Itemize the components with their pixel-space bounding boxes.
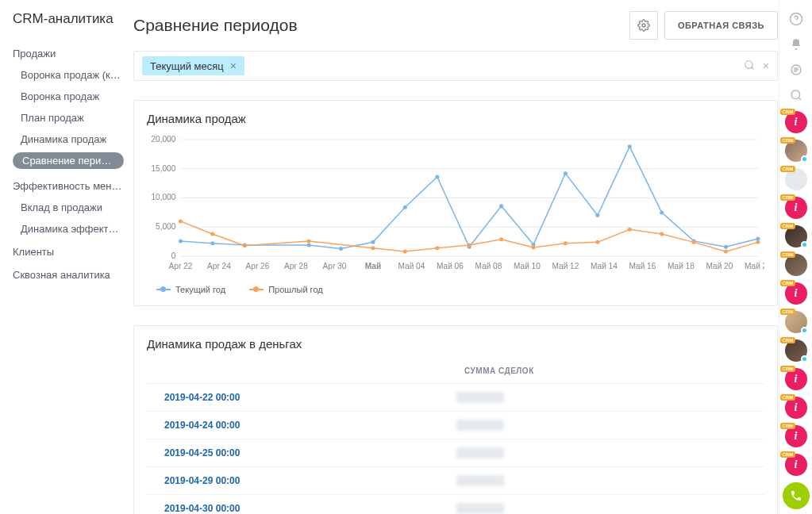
table-row[interactable]: 2019-04-30 00:00	[147, 494, 764, 514]
svg-point-67	[791, 90, 800, 99]
svg-point-29	[179, 239, 183, 243]
sidebar-item[interactable]: Воронка продаж (конв…	[13, 64, 124, 86]
sidebar-item[interactable]: Вклад в продажи	[13, 197, 124, 218]
rail-avatar[interactable]: CRMi	[785, 425, 807, 447]
svg-point-38	[499, 204, 503, 208]
svg-text:20,000: 20,000	[151, 135, 175, 144]
rail-avatar[interactable]: CRMi	[785, 282, 807, 305]
filter-chip[interactable]: Текущий месяц ×	[142, 56, 244, 75]
svg-point-57	[564, 241, 568, 245]
row-value-blurred	[456, 503, 504, 514]
search-rail-icon[interactable]	[787, 86, 806, 105]
sidebar: CRM-аналитика ПродажиВоронка продаж (кон…	[0, 0, 127, 514]
feedback-button[interactable]: ОБРАТНАЯ СВЯЗЬ	[664, 11, 778, 40]
right-rail: CRMi CRM CRM CRMi CRM CRM CRMi CRM CRM C…	[779, 0, 812, 514]
svg-text:Май 16: Май 16	[629, 262, 656, 270]
row-value-blurred	[456, 420, 504, 431]
rail-avatar[interactable]: CRM	[785, 311, 807, 333]
chart-plot: 05,00010,00015,00020,000Apr 22Apr 24Apr …	[147, 133, 764, 272]
svg-text:Май 14: Май 14	[591, 262, 618, 270]
svg-point-48	[210, 232, 214, 236]
sidebar-item[interactable]: Воронка продаж	[13, 86, 124, 107]
svg-text:Май 04: Май 04	[398, 262, 425, 270]
call-button[interactable]	[783, 482, 810, 509]
legend-item-current[interactable]: Текущий год	[156, 285, 225, 294]
clear-filter-icon[interactable]: ×	[763, 59, 769, 72]
rail-avatar[interactable]: CRMi	[785, 397, 807, 419]
svg-point-30	[210, 241, 214, 245]
svg-text:Май 06: Май 06	[437, 262, 464, 270]
search-icon[interactable]	[744, 59, 755, 73]
chat-icon[interactable]	[787, 60, 806, 79]
svg-line-2	[752, 67, 754, 69]
svg-text:Apr 24: Apr 24	[207, 262, 231, 270]
row-value-blurred	[456, 447, 504, 458]
svg-text:Май: Май	[365, 262, 381, 270]
sidebar-group[interactable]: Клиенты	[13, 241, 124, 263]
svg-point-52	[403, 250, 407, 254]
table-row[interactable]: 2019-04-22 00:00	[147, 383, 764, 411]
svg-point-51	[371, 246, 375, 250]
svg-text:Май 12: Май 12	[552, 262, 579, 270]
rail-avatar[interactable]: CRM	[785, 254, 807, 276]
rail-avatar[interactable]: CRM	[785, 339, 807, 362]
row-value-blurred	[456, 392, 504, 403]
svg-text:15,000: 15,000	[151, 164, 175, 173]
svg-point-32	[307, 244, 311, 247]
svg-point-61	[692, 240, 696, 244]
svg-text:Май 08: Май 08	[475, 262, 502, 270]
svg-text:Май 20: Май 20	[706, 262, 733, 270]
rail-avatar[interactable]: CRM	[785, 168, 807, 190]
svg-point-40	[564, 171, 568, 175]
sidebar-item[interactable]: План продаж	[13, 107, 124, 128]
help-icon[interactable]	[787, 10, 806, 29]
table-card: Динамика продаж в деньгах СУММА СДЕЛОК 2…	[133, 325, 778, 514]
svg-point-43	[660, 210, 664, 214]
sidebar-group[interactable]: Сквозная аналитика	[13, 264, 124, 286]
sidebar-group[interactable]: Продажи	[13, 43, 124, 64]
settings-button[interactable]	[629, 11, 658, 40]
svg-point-55	[499, 237, 503, 241]
bell-icon[interactable]	[787, 35, 806, 54]
rail-avatar[interactable]: CRMi	[785, 111, 807, 133]
chart-legend: Текущий год Прошлый год	[134, 280, 777, 305]
filter-bar[interactable]: Текущий месяц × ×	[133, 51, 778, 81]
sidebar-group[interactable]: Эффективность менеджер…	[13, 175, 124, 197]
svg-point-50	[307, 239, 311, 243]
svg-point-34	[371, 240, 375, 244]
row-date: 2019-04-29 00:00	[147, 475, 464, 486]
chart-card: Динамика продаж 05,00010,00015,00020,000…	[133, 100, 778, 306]
table-row[interactable]: 2019-04-24 00:00	[147, 411, 764, 439]
svg-point-53	[435, 246, 439, 250]
svg-text:0: 0	[171, 251, 176, 260]
svg-point-54	[468, 244, 471, 247]
rail-avatar[interactable]: CRMi	[785, 454, 807, 476]
legend-item-previous[interactable]: Прошлый год	[249, 285, 323, 294]
svg-point-33	[339, 247, 343, 251]
rail-avatar[interactable]: CRMi	[785, 197, 807, 219]
svg-point-62	[724, 250, 728, 254]
sidebar-item[interactable]: Динамика эффективно…	[13, 218, 124, 240]
svg-point-63	[756, 240, 760, 244]
svg-point-46	[756, 236, 760, 240]
table-row[interactable]: 2019-04-25 00:00	[147, 439, 764, 466]
svg-line-68	[799, 98, 801, 100]
svg-text:Apr 26: Apr 26	[246, 262, 270, 270]
row-value-blurred	[456, 475, 504, 486]
filter-chip-label: Текущий месяц	[150, 60, 224, 72]
sidebar-item[interactable]: Сравнение периодов	[13, 152, 124, 169]
rail-avatar[interactable]: CRM	[785, 140, 807, 162]
svg-text:Apr 30: Apr 30	[323, 262, 347, 270]
svg-point-47	[179, 219, 183, 223]
sidebar-item[interactable]: Динамика продаж	[13, 128, 124, 150]
gear-icon	[637, 19, 650, 32]
rail-avatar[interactable]: CRMi	[785, 368, 807, 390]
svg-point-42	[628, 144, 632, 148]
rail-avatar[interactable]: CRM	[785, 225, 807, 247]
row-date: 2019-04-22 00:00	[147, 392, 464, 403]
table-row[interactable]: 2019-04-29 00:00	[147, 466, 764, 494]
chip-close-icon[interactable]: ×	[230, 59, 237, 72]
sidebar-title: CRM-аналитика	[13, 11, 127, 27]
svg-point-60	[660, 232, 664, 236]
main-content: Сравнение периодов ОБРАТНАЯ СВЯЗЬ Текущи…	[133, 0, 778, 514]
